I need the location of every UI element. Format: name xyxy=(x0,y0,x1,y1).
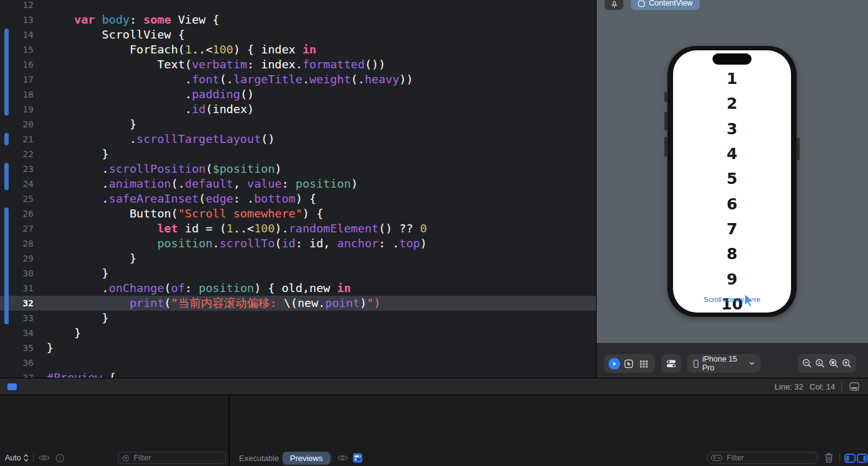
code-line-26[interactable]: 26 Button("Scroll somewhere") { xyxy=(0,206,596,221)
zoom-in-button[interactable] xyxy=(841,357,854,370)
scroll-list-item-4: 4 xyxy=(673,145,791,163)
code-line-28[interactable]: 28 position.scrollTo(id: id, anchor: .to… xyxy=(0,236,596,251)
code-line-13[interactable]: 13 var body: some View { xyxy=(0,12,596,27)
live-preview-button[interactable] xyxy=(608,358,620,370)
quick-look-button[interactable] xyxy=(38,452,50,464)
code-line-15[interactable]: 15 ForEach(1..<100) { index in xyxy=(0,42,596,57)
console-filter-input[interactable] xyxy=(725,453,814,463)
filter-icon xyxy=(122,454,129,462)
variables-filter-input[interactable] xyxy=(132,453,222,463)
code-text: .onChange(of: position) { old,new in xyxy=(35,281,596,296)
device-selector[interactable]: iPhone 15 Pro xyxy=(687,354,761,373)
scroll-list-item-6: 6 xyxy=(673,196,791,213)
iphone-screen[interactable]: 12345678910 Scroll somewhere xyxy=(673,50,791,313)
power-button xyxy=(797,138,800,160)
code-line-30[interactable]: 30 } xyxy=(0,266,596,281)
variables-view-mode-label: Auto xyxy=(5,454,21,462)
code-text: let id = (1..<100).randomElement() ?? 0 xyxy=(35,221,596,236)
change-bar[interactable] xyxy=(4,133,9,145)
code-line-35[interactable]: 35} xyxy=(0,340,596,355)
code-text: .safeAreaInset(edge: .bottom) { xyxy=(35,191,596,206)
pane-divider[interactable] xyxy=(228,395,230,466)
code-line-12[interactable]: 12 xyxy=(0,0,596,12)
code-line-27[interactable]: 27 let id = (1..<100).randomElement() ??… xyxy=(0,221,596,236)
code-line-31[interactable]: 31 .onChange(of: position) { old,new in xyxy=(0,281,596,296)
code-text: } xyxy=(35,326,596,340)
line-indicator: Line: 32 xyxy=(775,382,803,391)
console-scope-previews[interactable]: Previews xyxy=(283,452,330,465)
zoom-fit-button[interactable] xyxy=(827,357,841,370)
device-selector-label: iPhone 15 Pro xyxy=(702,355,746,372)
code-text: } xyxy=(35,266,596,281)
line-number[interactable]: 12 xyxy=(0,0,35,12)
variables-toggle-button[interactable] xyxy=(353,452,363,464)
variables-view-mode-dropdown[interactable]: Auto xyxy=(5,452,29,464)
line-number[interactable]: 36 xyxy=(0,355,35,370)
code-text: .font(.largeTitle.weight(.heavy)) xyxy=(35,72,596,87)
code-line-23[interactable]: 23 .scrollPosition($position) xyxy=(0,162,596,176)
line-number[interactable]: 34 xyxy=(0,326,35,340)
variants-grid-icon xyxy=(639,359,649,368)
code-line-24[interactable]: 24 .animation(.default, value: position) xyxy=(0,176,596,191)
code-line-17[interactable]: 17 .font(.largeTitle.weight(.heavy)) xyxy=(0,72,596,87)
zoom-100-icon: 1 xyxy=(815,359,825,368)
code-line-19[interactable]: 19 .id(index) xyxy=(0,102,596,117)
editor-layout-button[interactable] xyxy=(849,382,859,393)
source-editor[interactable]: 1213 var body: some View {14 ScrollView … xyxy=(0,0,597,379)
code-line-14[interactable]: 14 ScrollView { xyxy=(0,27,596,42)
console-pane-right-icon xyxy=(857,454,868,463)
code-line-22[interactable]: 22 } xyxy=(0,147,596,162)
pin-preview-button[interactable] xyxy=(605,0,623,10)
console-pane-left-toggle[interactable] xyxy=(844,452,856,464)
code-line-32[interactable]: 32 print("当前内容滚动偏移: \(new.point)") xyxy=(0,296,596,311)
preview-tab-label: ContentView xyxy=(649,0,693,7)
preview-tab-contentview[interactable]: ContentView xyxy=(631,0,700,10)
divider xyxy=(841,382,842,391)
line-number[interactable]: 20 xyxy=(0,117,35,132)
info-button[interactable]: i xyxy=(55,452,65,464)
code-text: } xyxy=(35,311,596,326)
code-line-33[interactable]: 33 } xyxy=(0,311,596,326)
code-line-20[interactable]: 20 } xyxy=(0,117,596,132)
line-number[interactable]: 22 xyxy=(0,147,35,162)
variables-filter-field[interactable] xyxy=(118,452,226,464)
cursor-pointer-icon xyxy=(743,293,756,311)
variants-mode-button[interactable] xyxy=(637,357,651,370)
code-text: .padding() xyxy=(35,87,596,102)
console-pane-right-toggle[interactable] xyxy=(857,452,868,464)
change-bar[interactable] xyxy=(4,29,9,116)
code-line-29[interactable]: 29 } xyxy=(0,251,596,266)
line-number[interactable]: 13 xyxy=(0,12,35,27)
code-line-25[interactable]: 25 .safeAreaInset(edge: .bottom) { xyxy=(0,191,596,206)
code-line-21[interactable]: 21 .scrollTargetLayout() xyxy=(0,132,596,147)
change-bar[interactable] xyxy=(4,163,9,190)
clear-console-button[interactable] xyxy=(825,452,833,464)
code-line-18[interactable]: 18 .padding() xyxy=(0,87,596,102)
scroll-somewhere-button[interactable]: Scroll somewhere xyxy=(673,295,791,304)
adjust-editor-icon[interactable] xyxy=(7,383,17,390)
scroll-list-item-8: 8 xyxy=(673,245,791,263)
iphone-device-frame: 12345678910 Scroll somewhere xyxy=(667,46,797,317)
code-text: .scrollTargetLayout() xyxy=(35,132,596,147)
code-text: .animation(.default, value: position) xyxy=(35,176,596,191)
code-line-34[interactable]: 34 } xyxy=(0,326,596,340)
line-number[interactable]: 35 xyxy=(0,340,35,355)
selectable-mode-button[interactable] xyxy=(622,357,635,370)
code-text: ScrollView { xyxy=(35,27,596,42)
code-line-36[interactable]: 36 xyxy=(0,355,596,370)
zoom-out-button[interactable] xyxy=(800,357,814,370)
divider xyxy=(839,454,840,462)
eye-icon xyxy=(337,454,348,462)
zoom-100-button[interactable]: 1 xyxy=(814,357,828,370)
svg-text:1: 1 xyxy=(818,360,821,365)
code-line-16[interactable]: 16 Text(verbatim: index.formatted()) xyxy=(0,57,596,72)
console-scope-executable[interactable]: Executable xyxy=(239,452,279,464)
code-text: position.scrollTo(id: id, anchor: .top) xyxy=(35,236,596,251)
info-icon: i xyxy=(55,454,65,463)
console-filter-field[interactable] xyxy=(707,452,818,464)
line-number[interactable]: 25 xyxy=(0,191,35,206)
code-text: ForEach(1..<100) { index in xyxy=(35,42,596,57)
change-bar[interactable] xyxy=(4,208,9,324)
console-quick-look-button[interactable] xyxy=(337,452,348,464)
device-settings-button[interactable] xyxy=(661,354,681,373)
